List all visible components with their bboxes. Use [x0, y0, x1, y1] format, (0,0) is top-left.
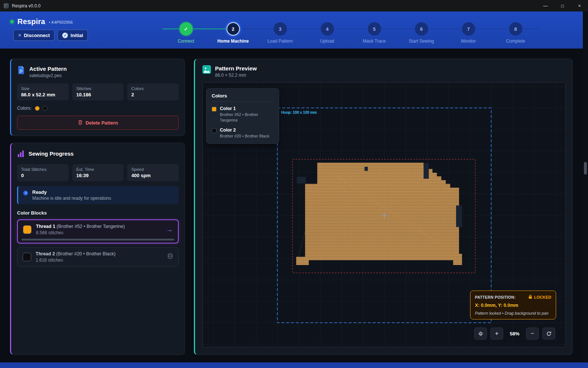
legend-swatch-1	[212, 107, 217, 112]
delete-pattern-button[interactable]: Delete Pattern	[17, 116, 179, 130]
step-load-pattern[interactable]: 3 Load Pattern	[257, 22, 304, 44]
bar-chart-icon	[17, 150, 24, 159]
position-coordinates: X: 0.0mm, Y: 0.0mm	[475, 303, 551, 308]
pattern-position-overlay: PATTERN POSITION: LOCKED X: 0.0mm, Y: 0.…	[470, 291, 556, 319]
legend-swatch-2	[212, 128, 217, 133]
legend-name-1: Color 1	[220, 106, 272, 111]
step-start-sewing[interactable]: 6 Start Sewing	[398, 22, 445, 44]
sewing-progress-card: Sewing Progress Total Stitches 0 Est. Ti…	[10, 143, 185, 355]
thread-1-name: Thread 1	[36, 224, 57, 229]
left-column: Active Pattern valetudogv2.pes Size 86.0…	[10, 59, 185, 355]
position-title: PATTERN POSITION:	[475, 295, 516, 299]
stat-label: Total Stitches	[21, 167, 65, 172]
stat-value: 400 spm	[131, 173, 175, 178]
footer-bar	[0, 362, 588, 368]
step-number: 7	[462, 22, 475, 36]
reset-view-button[interactable]	[542, 328, 555, 339]
lock-icon	[528, 295, 532, 300]
zoom-controls: + 58% −	[474, 328, 555, 339]
step-label: Complete	[492, 39, 539, 44]
colors-legend-panel: Colors Color 1 Brother #52 • Brother Tan…	[206, 88, 279, 144]
close-button[interactable]: ×	[571, 0, 588, 11]
stat-total-stitches: Total Stitches 0	[17, 164, 69, 181]
legend-name-2: Color 2	[220, 127, 269, 133]
legend-color-1: Color 1 Brother #52 • Brother Tangerine	[212, 106, 274, 123]
active-pattern-card: Active Pattern valetudogv2.pes Size 86.0…	[10, 59, 185, 136]
step-label: Mask Trace	[351, 39, 398, 44]
thread-2-stitches: 1.618 stitches	[36, 258, 116, 263]
step-check-icon: ✓	[179, 22, 193, 36]
scrollbar-thumb[interactable]	[584, 162, 587, 175]
initial-label: Initial	[70, 33, 83, 38]
app-icon	[4, 3, 9, 9]
stat-label: Speed	[131, 167, 175, 172]
image-icon	[202, 65, 211, 75]
window-scrollbar[interactable]	[583, 11, 588, 362]
zoom-in-button[interactable]: +	[490, 328, 503, 339]
zoom-level: 58%	[507, 331, 522, 336]
step-number: 6	[415, 22, 428, 36]
step-complete[interactable]: 8 Complete	[492, 22, 539, 44]
step-upload[interactable]: 4 Upload	[304, 22, 351, 44]
hoop-label: Hoop: 100 x 100 mm	[281, 110, 317, 115]
titlebar: Respira v0.0.0 — □ ×	[0, 0, 588, 11]
maximize-button[interactable]: □	[554, 0, 571, 11]
embroidery-pattern[interactable]	[296, 163, 462, 265]
stat-label: Size	[21, 86, 65, 91]
stat-speed: Speed 400 spm	[127, 164, 179, 181]
stat-value: 2	[131, 92, 175, 97]
position-hint: Pattern locked • Drag background to pan	[475, 311, 551, 315]
trash-icon	[78, 120, 83, 126]
thread-2-name: Thread 2	[36, 251, 56, 256]
status-description: Machine is idle and ready for operations	[32, 196, 111, 201]
step-label: Load Pattern	[257, 39, 304, 44]
header-left: Respira • K4P502956 × Disconnect ✓ Initi…	[13, 17, 88, 41]
step-monitor[interactable]: 7 Monitor	[445, 22, 492, 44]
step-connect[interactable]: ✓ Connect	[162, 22, 209, 44]
machine-status-banner: Ready Machine is idle and ready for oper…	[17, 186, 179, 204]
disconnect-label: Disconnect	[24, 33, 50, 38]
main-content: Active Pattern valetudogv2.pes Size 86.0…	[0, 49, 588, 362]
app-name: Respira	[17, 17, 45, 26]
close-icon: ×	[18, 32, 21, 38]
connection-status-icon	[10, 20, 14, 23]
thread-2-detail: (Brother #20 • Brother Black)	[56, 251, 116, 256]
step-number: 3	[274, 22, 287, 36]
thread-block-1[interactable]: Thread 1 (Brother #52 • Brother Tangerin…	[17, 219, 179, 243]
window-controls: — □ ×	[537, 0, 588, 11]
step-number: 2	[227, 22, 240, 36]
zoom-out-button[interactable]: −	[526, 328, 539, 339]
stat-value: 0	[21, 173, 65, 178]
pattern-dark-patch	[456, 205, 462, 227]
colors-label: Colors:	[17, 106, 32, 111]
stat-label: Stitches	[76, 86, 120, 91]
step-home-machine[interactable]: 2 Home Machine	[209, 22, 257, 44]
sewing-progress-title: Sewing Progress	[29, 150, 74, 157]
pattern-dimensions: 86.0 × 52.2 mm	[215, 73, 257, 78]
colors-legend-title: Colors	[212, 93, 274, 102]
legend-desc-1: Brother #52 • Brother Tangerine	[220, 112, 272, 123]
locked-label: LOCKED	[534, 295, 551, 299]
thread-1-progressbar	[22, 239, 174, 241]
initial-button[interactable]: ✓ Initial	[57, 30, 88, 41]
pattern-filename: valetudogv2.pes	[29, 73, 67, 78]
pattern-dark-patch	[424, 163, 429, 179]
thread-1-swatch	[23, 225, 32, 234]
disconnect-button[interactable]: × Disconnect	[13, 30, 54, 41]
clock-icon	[23, 190, 29, 197]
active-pattern-title: Active Pattern	[29, 66, 67, 72]
fit-view-button[interactable]	[474, 328, 487, 339]
pattern-dark-patch	[364, 167, 368, 171]
step-mask-trace[interactable]: 5 Mask Trace	[351, 22, 398, 44]
arrow-right-icon: →	[166, 226, 173, 233]
pattern-preview-title: Pattern Preview	[215, 65, 257, 72]
wizard-stepper: ✓ Connect 2 Home Machine 3 Load Pattern …	[162, 22, 539, 44]
thread-2-swatch	[23, 253, 31, 261]
minimize-button[interactable]: —	[537, 0, 554, 11]
stat-value: 86.0 x 52.2 mm	[21, 92, 65, 97]
thread-block-2[interactable]: Thread 2 (Brother #20 • Brother Black) 1…	[17, 247, 179, 267]
stat-stitches: Stitches 10.186	[72, 83, 124, 100]
step-label: Home Machine	[209, 39, 257, 44]
step-label: Connect	[162, 39, 209, 44]
step-number: 5	[368, 22, 381, 36]
